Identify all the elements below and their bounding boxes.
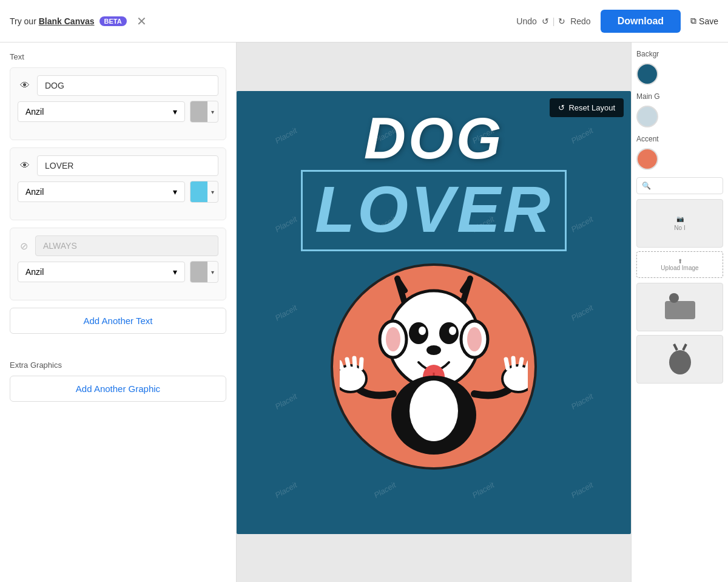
graphic-thumb-no-image[interactable]: 📷 No I [636, 199, 723, 248]
text-row-1: 👁 [18, 75, 218, 96]
font-row-1: Anzil ▾ ▾ [18, 101, 218, 123]
close-button[interactable]: ✕ [136, 14, 147, 29]
main-layout: Text 👁 Anzil ▾ ▾ 👁 [0, 42, 728, 582]
font-row-2: Anzil ▾ ▾ [18, 181, 218, 203]
visibility-toggle-1[interactable]: 👁 [18, 78, 32, 93]
undo-redo-group: Undo ↺ | ↻ Redo [516, 16, 590, 26]
text-group-3: ⊘ Anzil ▾ ▾ [10, 228, 226, 300]
svg-point-8 [467, 327, 482, 351]
canvas-image[interactable]: Placeit Placeit Placeit Placeit Placeit … [237, 91, 631, 534]
color-picker-3[interactable]: ▾ [190, 261, 218, 283]
svg-point-10 [439, 322, 459, 344]
extra-graphics-label: Extra Graphics [10, 360, 226, 370]
beta-badge: BETA [99, 16, 127, 26]
font-select-3[interactable]: Anzil ▾ [18, 262, 185, 282]
color-picker-1[interactable]: ▾ [190, 101, 218, 123]
canvas-area: ↺ Reset Layout Placeit Placeit Placeit P… [237, 42, 631, 582]
text-group-1: 👁 Anzil ▾ ▾ [10, 67, 226, 140]
font-select-2[interactable]: Anzil ▾ [18, 181, 185, 202]
svg-line-24 [526, 362, 528, 371]
extra-graphics-section: Extra Graphics Add Another Graphic [10, 360, 226, 402]
accent-color-swatch[interactable] [636, 148, 658, 170]
svg-line-22 [361, 359, 362, 368]
canvas-lover-text: LOVER [315, 177, 553, 242]
svg-line-19 [340, 362, 343, 371]
visibility-toggle-3[interactable]: ⊘ [18, 238, 30, 254]
svg-line-20 [347, 359, 349, 368]
svg-rect-28 [665, 301, 695, 319]
svg-line-27 [506, 359, 508, 368]
color-picker-2[interactable]: ▾ [190, 181, 218, 203]
text-group-2: 👁 Anzil ▾ ▾ [10, 147, 226, 220]
upload-area[interactable]: ⬆ Upload Image [636, 251, 723, 278]
svg-point-12 [449, 327, 456, 335]
save-button[interactable]: ⧉ Save [690, 16, 718, 26]
svg-line-25 [520, 359, 522, 368]
character-svg [340, 272, 528, 461]
add-text-button[interactable]: Add Another Text [10, 308, 226, 334]
svg-line-31 [674, 344, 677, 350]
main-g-label: Main G [636, 92, 723, 101]
text-section-label: Text [10, 52, 226, 61]
svg-point-29 [669, 293, 679, 303]
right-panel: Backgr Main G Accent 📷 No I ⬆ Upload Ima… [631, 42, 728, 582]
reset-layout-button[interactable]: ↺ Reset Layout [550, 98, 624, 117]
canvas-lover-box[interactable]: LOVER [301, 170, 567, 251]
svg-point-17 [410, 381, 458, 441]
text-row-2: 👁 [18, 155, 218, 176]
canvas-dog-text[interactable]: DOG [364, 109, 504, 167]
topbar: Try our Blank Canvas BETA ✕ Undo ↺ | ↻ R… [0, 0, 728, 42]
svg-point-11 [419, 327, 426, 335]
background-color-swatch[interactable] [636, 63, 658, 85]
svg-point-9 [409, 322, 428, 344]
svg-line-21 [354, 358, 355, 367]
graphic-thumb-1[interactable] [636, 283, 723, 331]
canvas-wrapper: ↺ Reset Layout Placeit Placeit Placeit P… [237, 91, 631, 534]
graphic-search-input[interactable] [636, 177, 723, 194]
font-row-3: Anzil ▾ ▾ [18, 261, 218, 283]
visibility-toggle-2[interactable]: 👁 [18, 158, 32, 174]
add-graphic-button[interactable]: Add Another Graphic [10, 376, 226, 402]
svg-line-32 [683, 344, 686, 350]
background-label: Backgr [636, 50, 723, 58]
svg-line-26 [513, 358, 514, 367]
left-panel: Text 👁 Anzil ▾ ▾ 👁 [0, 42, 237, 582]
character-graphic[interactable] [331, 263, 537, 470]
text-input-3[interactable] [35, 235, 218, 256]
text-input-2[interactable] [37, 155, 218, 176]
blank-canvas-promo: Try our Blank Canvas [10, 16, 95, 26]
topbar-center: Undo ↺ | ↻ Redo Download ⧉ Save [516, 10, 718, 33]
topbar-left: Try our Blank Canvas BETA ✕ [10, 14, 509, 29]
svg-point-13 [426, 345, 441, 355]
graphic-thumb-2[interactable] [636, 335, 723, 384]
undo-button[interactable]: Undo ↺ [516, 16, 548, 26]
text-input-1[interactable] [37, 75, 218, 96]
text-row-3: ⊘ [18, 235, 218, 256]
download-button[interactable]: Download [601, 10, 681, 33]
font-select-1[interactable]: Anzil ▾ [18, 101, 185, 122]
accent-label: Accent [636, 135, 723, 143]
svg-point-30 [669, 350, 691, 374]
main-g-color-swatch[interactable] [636, 106, 658, 127]
svg-point-6 [386, 327, 400, 351]
redo-button[interactable]: ↻ Redo [558, 16, 590, 26]
